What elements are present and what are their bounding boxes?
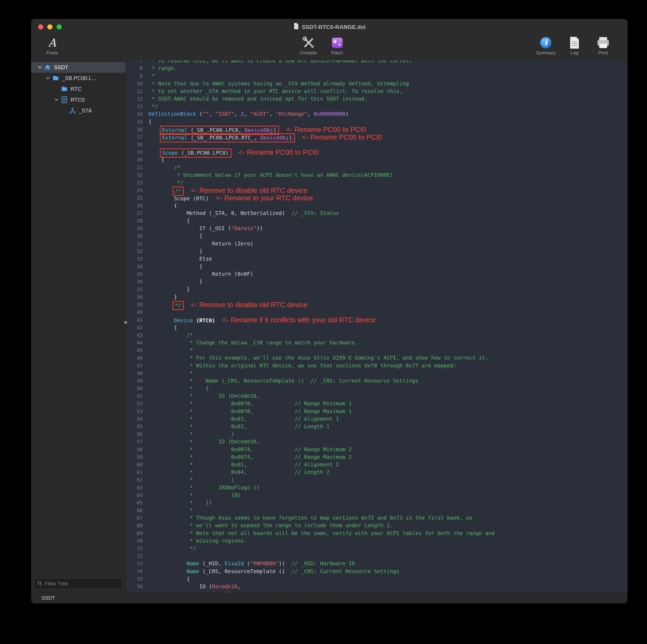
tree-item-ssdt[interactable]: SSDT (31, 62, 126, 73)
code-line[interactable]: 16 External (_SB_.PC00.LPC0, DeviceObj)<… (126, 126, 628, 133)
code-line[interactable]: 75 { (126, 575, 628, 583)
code-line[interactable]: 64 * {8} (126, 491, 628, 499)
code-line[interactable]: 24 /*<- Remove to disable old RTC device (126, 186, 628, 194)
code-line[interactable]: 77 0x0070, // Range Minimum 1 (126, 590, 628, 592)
zoom-button[interactable] (57, 24, 62, 29)
compile-button[interactable]: Compile (295, 34, 321, 56)
code-line[interactable]: 58 * 0x0074, // Range Minimum 2 (126, 446, 628, 454)
code-line[interactable]: 60 * 0x01, // Alignment 2 (126, 461, 628, 469)
code-line[interactable]: 50 * { (126, 385, 628, 392)
minimize-button[interactable] (47, 24, 53, 29)
code-line[interactable]: 69 * Note that not all boards will be th… (126, 530, 628, 537)
filter-tree-input[interactable] (44, 580, 119, 587)
patch-button[interactable]: Patch (324, 34, 350, 56)
summary-button[interactable]: i Summary (533, 34, 559, 56)
code-line[interactable]: 21 /* (126, 164, 628, 171)
code-line[interactable]: 76 IO (Decode16, (126, 583, 628, 590)
code-line[interactable]: 44 * Change the below _CSR range to matc… (126, 339, 628, 347)
code-line[interactable]: 74 Name (_CRS, ResourceTemplate () // _C… (126, 568, 628, 575)
code-line[interactable]: 35 Return (0x0F) (126, 270, 628, 278)
code-line[interactable]: 57 * IO (Decode16, (126, 438, 628, 446)
log-button[interactable]: Log (562, 34, 587, 56)
code-line[interactable]: 31 Return (Zero) (126, 240, 628, 248)
code-line[interactable]: 11 * to set another _STA method in your … (126, 88, 628, 95)
chevron-down-icon[interactable] (36, 65, 44, 70)
tree-item-rtc[interactable]: RTC (31, 84, 126, 94)
title-bar[interactable]: SSDT-RTC0-RANGE.dsl (31, 19, 628, 34)
code-line[interactable]: 23 */ (126, 179, 628, 186)
code-line[interactable]: 30 { (126, 232, 628, 240)
code-line[interactable]: 70 * missing regions. (126, 537, 628, 545)
code-text: */ (143, 545, 196, 552)
code-line[interactable]: 38 } (126, 293, 628, 301)
code-line[interactable]: 68 * we'll want to expand the range to i… (126, 522, 628, 530)
tree-item-sta[interactable]: _STA (31, 105, 126, 116)
close-button[interactable] (38, 24, 43, 29)
code-line[interactable]: 13 */ (126, 103, 628, 110)
code-line[interactable]: 29 If (_OSI ("Darwin")) (126, 225, 628, 232)
code-text: Method (_STA, 0, NotSerialized) // _STA:… (143, 210, 339, 217)
code-line[interactable]: 33 Else (126, 255, 628, 263)
code-line[interactable]: 17 External (_SB_.PC00.LPC0.RTC_, Device… (126, 133, 628, 141)
code-line[interactable]: 36 } (126, 278, 628, 286)
code-line[interactable]: 12 * SSDT-AWAC should be removed and ins… (126, 95, 628, 103)
code-line[interactable]: 53 * 0x0070, // Range Maximum 1 (126, 408, 628, 415)
code-line[interactable]: 43 /* (126, 331, 628, 339)
code-line[interactable]: 49 * Name (_CRS, ResourceTemplate () // … (126, 377, 628, 385)
code-line[interactable]: 40 (126, 309, 628, 316)
line-number: 33 (126, 255, 143, 263)
code-line[interactable]: 63 * IRQNoFlags () (126, 484, 628, 491)
code-line[interactable]: 62 * ) (126, 476, 628, 484)
code-line[interactable]: 25 Scope (RTC)<- Rename to your RTC devi… (126, 194, 628, 202)
code-line[interactable]: 26 { (126, 202, 628, 210)
chevron-down-icon[interactable] (53, 97, 60, 102)
code-line[interactable]: 46 * For this example, we'll use the Asu… (126, 354, 628, 362)
filter-tree-field[interactable] (34, 578, 122, 589)
code-line[interactable]: 59 * 0x0074, // Range Maximum 2 (126, 454, 628, 461)
code-line[interactable]: 72 (126, 552, 628, 560)
code-line[interactable]: 14DefinitionBlock ("", "SSDT", 2, "ACDT"… (126, 110, 628, 118)
tree-item-rtc0[interactable]: RTC0 (31, 94, 126, 105)
code-line[interactable]: 28 { (126, 217, 628, 225)
line-number: 77 (126, 590, 143, 592)
code-line[interactable]: 45 * (126, 347, 628, 354)
code-line[interactable]: 39 */<- Remove to disable old RTC device (126, 301, 628, 309)
code-line[interactable]: 15{ (126, 118, 628, 126)
code-line[interactable]: 32 } (126, 248, 628, 255)
code-line[interactable]: 10 * Note that due to AWAC systems havin… (126, 80, 628, 88)
code-line[interactable]: 8 * range. (126, 65, 628, 72)
code-line[interactable]: 73 Name (_HID, EisaId ("PNP0B00")) // _H… (126, 560, 628, 567)
code-token: /* (148, 332, 193, 338)
code-line[interactable]: 7 * To resolve this, we'll want to creat… (126, 60, 628, 65)
code-line[interactable]: 41 Device (RTC0)<- Rename if it conflict… (126, 316, 628, 324)
code-line[interactable]: 71 */ (126, 545, 628, 552)
code-line[interactable]: 52 * 0x0070, // Range Minimum 1 (126, 400, 628, 407)
print-button[interactable]: Print (590, 34, 616, 56)
code-line[interactable]: 42 { (126, 324, 628, 331)
code-line[interactable]: 22 * Uncomment below if your ACPI doesn'… (126, 171, 628, 179)
code-token: 0x0070 (212, 591, 231, 592)
code-editor[interactable]: 7 * To resolve this, we'll want to creat… (126, 60, 628, 592)
code-text (143, 552, 148, 560)
code-line[interactable]: 19 Scope (_SB.PC00.LPC0)<- Rename PC00 t… (126, 148, 628, 156)
fonts-button[interactable]: A Fonts (39, 34, 65, 56)
code-token: * 0x0070, // Range Maximum 1 (148, 408, 352, 414)
code-line[interactable]: 34 { (126, 263, 628, 270)
code-line[interactable]: 37 } (126, 286, 628, 293)
code-line[interactable]: 66 * (126, 507, 628, 514)
code-line[interactable]: 47 * Within the original RTC device, we … (126, 362, 628, 370)
code-line[interactable]: 54 * 0x01, // Alignment 1 (126, 415, 628, 423)
code-line[interactable]: 67 * Though Asus seems to have forgotten… (126, 514, 628, 522)
chevron-down-icon[interactable] (44, 76, 52, 81)
code-line[interactable]: 27 Method (_STA, 0, NotSerialized) // _S… (126, 210, 628, 217)
code-line[interactable]: 51 * IO (Decode16, (126, 392, 628, 400)
code-line[interactable]: 65 * }) (126, 499, 628, 507)
code-line[interactable]: 61 * 0x04, // Length 2 (126, 469, 628, 476)
code-line[interactable]: 9 * (126, 72, 628, 80)
code-line[interactable]: 55 * 0x02, // Length 1 (126, 423, 628, 430)
code-token: "SSDT" (215, 111, 234, 117)
code-line[interactable]: 48 * (126, 370, 628, 377)
tree-item-sb-pc00[interactable]: _SB.PC00.L... (31, 73, 126, 84)
code-token: } (148, 286, 190, 293)
code-line[interactable]: 56 * ) (126, 430, 628, 438)
